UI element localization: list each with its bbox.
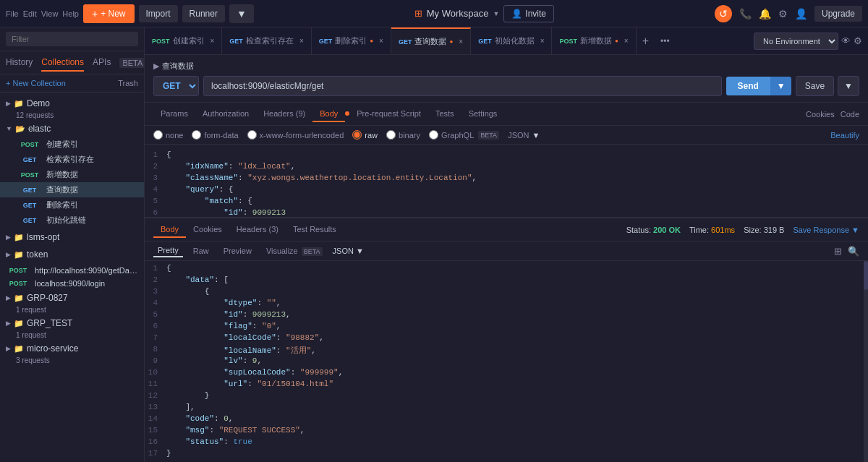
main-layout: History Collections APIs BETA + New Coll… bbox=[0, 27, 868, 462]
option-none[interactable]: none bbox=[153, 130, 183, 140]
collection-grp-test-header[interactable]: ▶ 📁 GRP_TEST bbox=[0, 315, 144, 331]
req-tab-init-data[interactable]: GET 初始化数据 × bbox=[471, 27, 552, 54]
option-raw[interactable]: raw bbox=[352, 130, 378, 140]
send-button[interactable]: Send bbox=[726, 77, 770, 95]
new-button[interactable]: + + New bbox=[83, 4, 135, 23]
body-tab-auth[interactable]: Authorization bbox=[195, 106, 256, 122]
req-tab-delete-index[interactable]: GET 删除索引 ● × bbox=[312, 27, 391, 54]
env-settings-button[interactable]: ⚙ bbox=[854, 35, 862, 46]
req-tab-check-index[interactable]: GET 检查索引存在 × bbox=[222, 27, 311, 54]
more-button[interactable]: ▼ bbox=[229, 4, 254, 23]
sync-button[interactable]: ↺ bbox=[715, 5, 732, 22]
res-tab-headers[interactable]: Headers (3) bbox=[229, 222, 286, 238]
collection-demo-header[interactable]: ▶ 📁 Demo ••• bbox=[0, 95, 144, 111]
collection-micro-service-header[interactable]: ▶ 📁 micro-service bbox=[0, 341, 144, 356]
request-query-data[interactable]: GET 查询数据 bbox=[0, 182, 144, 197]
radio-form-data[interactable] bbox=[192, 130, 201, 140]
tab-apis[interactable]: APIs bbox=[93, 54, 111, 72]
radio-binary[interactable] bbox=[386, 130, 396, 140]
req-tab-add-data[interactable]: POST 新增数据 ● × bbox=[552, 27, 636, 54]
collection-lsms-opt-header[interactable]: ▶ 📁 lsms-opt bbox=[0, 229, 144, 245]
tabs-more-button[interactable]: ••• bbox=[655, 36, 676, 46]
radio-urlencoded[interactable] bbox=[247, 130, 257, 140]
tab-close-4[interactable]: × bbox=[459, 38, 463, 46]
save-response-button[interactable]: Save Response ▼ bbox=[793, 226, 859, 234]
res-fmt-visualize[interactable]: Visualize BETA bbox=[262, 245, 327, 257]
collection-token-header[interactable]: ▶ 📁 token bbox=[0, 247, 144, 262]
url-input[interactable] bbox=[203, 76, 722, 96]
save-dropdown-button[interactable]: ▼ bbox=[838, 76, 859, 96]
res-copy-button[interactable]: ⊞ bbox=[834, 246, 842, 257]
settings-button[interactable]: ⚙ bbox=[778, 8, 788, 20]
menu-view[interactable]: View bbox=[41, 9, 59, 18]
request-getdata[interactable]: POST http://localhost:9090/getDataByTok.… bbox=[0, 264, 144, 277]
option-binary[interactable]: binary bbox=[386, 130, 420, 140]
notification-button[interactable]: 🔔 bbox=[759, 8, 771, 20]
trash-button[interactable]: Trash bbox=[118, 79, 138, 87]
tab-close-5[interactable]: × bbox=[540, 37, 545, 45]
env-eye-button[interactable]: 👁 bbox=[841, 35, 851, 46]
req-tab-query-data[interactable]: GET 查询数据 ● × bbox=[391, 27, 471, 54]
call-icon-button[interactable]: 📞 bbox=[739, 8, 752, 20]
request-create-index[interactable]: POST 创建索引 bbox=[0, 137, 144, 152]
body-tab-tests[interactable]: Tests bbox=[428, 106, 461, 122]
request-check-index[interactable]: GET 检索索引存在 bbox=[0, 152, 144, 167]
tab-close-6[interactable]: × bbox=[624, 37, 629, 45]
tab-close-1[interactable]: × bbox=[210, 37, 215, 45]
code-link[interactable]: Code bbox=[841, 110, 859, 119]
radio-graphql[interactable] bbox=[429, 130, 438, 140]
body-tab-prerequest[interactable]: Pre-request Script bbox=[349, 106, 428, 122]
res-tab-body[interactable]: Body bbox=[153, 222, 186, 238]
res-tab-cookies[interactable]: Cookies bbox=[186, 222, 229, 238]
request-login[interactable]: POST localhost:9090/login bbox=[0, 277, 144, 290]
tab-history[interactable]: History bbox=[6, 54, 33, 72]
scrollbar-track[interactable] bbox=[864, 261, 868, 462]
cookies-link[interactable]: Cookies bbox=[806, 110, 835, 119]
res-fmt-raw[interactable]: Raw bbox=[189, 245, 213, 257]
runner-button[interactable]: Runner bbox=[182, 5, 225, 22]
invite-button[interactable]: 👤 Invite bbox=[503, 5, 554, 22]
body-tab-headers[interactable]: Headers (9) bbox=[256, 106, 312, 122]
option-urlencoded[interactable]: x-www-form-urlencoded bbox=[247, 130, 344, 140]
response-body-editor[interactable]: 1{ 2 "data": [ 3 { 4 "dtype": "", 5 "id"… bbox=[145, 261, 868, 462]
upgrade-button[interactable]: Upgrade bbox=[814, 6, 862, 22]
folder-open-icon: 📂 bbox=[15, 124, 25, 134]
request-add-data[interactable]: POST 新增数据 bbox=[0, 167, 144, 182]
workspace-label[interactable]: My Workspace bbox=[427, 8, 489, 19]
profile-button[interactable]: 👤 bbox=[795, 8, 807, 20]
send-dropdown-button[interactable]: ▼ bbox=[770, 77, 791, 95]
beautify-button[interactable]: Beautify bbox=[830, 131, 859, 140]
new-collection-button[interactable]: + New Collection bbox=[6, 79, 66, 87]
res-tab-test-results[interactable]: Test Results bbox=[286, 222, 344, 238]
add-tab-button[interactable]: + bbox=[637, 35, 655, 48]
res-fmt-pretty[interactable]: Pretty bbox=[153, 244, 183, 257]
request-body-editor[interactable]: 1 { 2 "idxName": "ldx_locat", 3 "classNa… bbox=[145, 145, 868, 217]
res-json-dropdown[interactable]: JSON ▼ bbox=[333, 247, 364, 255]
environment-select[interactable]: No Environment bbox=[754, 33, 838, 50]
search-input[interactable] bbox=[6, 32, 138, 46]
body-tab-settings[interactable]: Settings bbox=[461, 106, 505, 122]
method-select[interactable]: GET bbox=[153, 76, 199, 96]
body-tab-params[interactable]: Params bbox=[153, 106, 195, 122]
menu-file[interactable]: File bbox=[6, 9, 19, 18]
body-tab-body[interactable]: Body bbox=[312, 106, 345, 122]
menu-edit[interactable]: Edit bbox=[23, 9, 37, 18]
option-graphql[interactable]: GraphQL BETA bbox=[429, 130, 499, 140]
collection-grp0827-header[interactable]: ▶ 📁 GRP-0827 bbox=[0, 290, 144, 306]
radio-raw[interactable] bbox=[352, 130, 362, 140]
request-delete-index[interactable]: GET 删除索引 bbox=[0, 197, 144, 213]
radio-none[interactable] bbox=[153, 130, 163, 140]
json-dropdown-button[interactable]: ▼ bbox=[532, 131, 540, 140]
tab-close-2[interactable]: × bbox=[299, 37, 304, 45]
collection-elastc-header[interactable]: ▼ 📂 elastc ••• bbox=[0, 121, 144, 137]
option-form-data[interactable]: form-data bbox=[192, 130, 238, 140]
menu-help[interactable]: Help bbox=[62, 9, 79, 18]
save-button[interactable]: Save bbox=[796, 76, 834, 96]
tab-collections[interactable]: Collections bbox=[41, 54, 84, 72]
res-search-button[interactable]: 🔍 bbox=[848, 246, 859, 257]
res-fmt-preview[interactable]: Preview bbox=[219, 245, 256, 257]
req-tab-create-index[interactable]: POST 创建索引 × bbox=[145, 27, 222, 54]
tab-close-3[interactable]: × bbox=[379, 37, 383, 45]
request-init-jump[interactable]: GET 初始化跳链 bbox=[0, 213, 144, 228]
import-button[interactable]: Import bbox=[139, 5, 178, 22]
